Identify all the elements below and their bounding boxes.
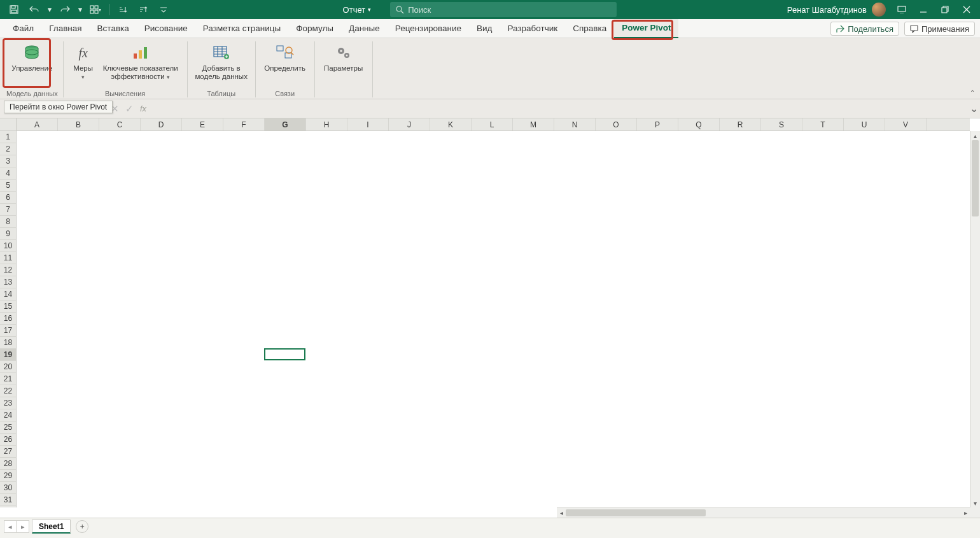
maximize-icon[interactable] — [935, 1, 955, 18]
manage-button[interactable]: Управление — [8, 40, 56, 87]
user-name[interactable]: Ренат Шагабутдинов — [787, 5, 867, 15]
add-to-model-button[interactable]: Добавить вмодель данных — [193, 40, 250, 87]
row-header[interactable]: 27 — [0, 446, 16, 458]
accept-formula-icon[interactable]: ✓ — [125, 103, 134, 115]
column-header[interactable]: P — [637, 118, 678, 131]
column-header[interactable]: M — [513, 118, 554, 131]
sheet-nav-next[interactable]: ▸ — [17, 520, 29, 533]
tab-draw[interactable]: Рисование — [137, 19, 195, 38]
row-header[interactable]: 4 — [0, 167, 16, 180]
settings-button[interactable]: Параметры — [320, 40, 367, 87]
active-cell[interactable] — [264, 348, 305, 360]
sort-asc-icon[interactable] — [114, 1, 132, 18]
comments-button[interactable]: Примечания — [904, 22, 975, 36]
scroll-left-icon[interactable]: ◂ — [557, 508, 566, 518]
column-header[interactable]: F — [223, 118, 265, 131]
row-header[interactable]: 26 — [0, 434, 16, 446]
column-header[interactable]: A — [17, 118, 58, 131]
row-header[interactable]: 1 — [0, 131, 16, 143]
column-header[interactable]: J — [389, 118, 430, 131]
column-header[interactable]: C — [99, 118, 141, 131]
column-header[interactable]: K — [430, 118, 472, 131]
expand-formula-icon[interactable]: ⌄ — [967, 103, 980, 115]
column-header[interactable]: S — [761, 118, 802, 131]
row-header[interactable]: 17 — [0, 325, 16, 337]
sheet-nav-prev[interactable]: ◂ — [4, 520, 17, 533]
row-header[interactable]: 25 — [0, 421, 16, 434]
save-icon[interactable] — [5, 1, 23, 18]
avatar[interactable] — [872, 3, 886, 17]
close-icon[interactable] — [957, 1, 976, 18]
tab-formulas[interactable]: Формулы — [288, 19, 341, 38]
column-header[interactable]: O — [596, 118, 637, 131]
tab-page-layout[interactable]: Разметка страницы — [195, 19, 288, 38]
column-headers[interactable]: ABCDEFGHIJKLMNOPQRSTUV — [17, 118, 970, 131]
row-header[interactable]: 2 — [0, 143, 16, 155]
column-header[interactable]: N — [554, 118, 596, 131]
row-header[interactable]: 22 — [0, 385, 16, 397]
scroll-down-icon[interactable]: ▾ — [970, 499, 980, 507]
row-header[interactable]: 16 — [0, 313, 16, 325]
hscroll-thumb[interactable] — [566, 509, 706, 516]
row-header[interactable]: 10 — [0, 240, 16, 252]
search-box[interactable] — [390, 2, 617, 17]
touch-mode-icon[interactable]: ▾ — [87, 1, 104, 18]
tab-data[interactable]: Данные — [341, 19, 388, 38]
tab-help[interactable]: Справка — [565, 19, 614, 38]
select-all-corner[interactable] — [0, 118, 17, 131]
column-header[interactable]: G — [265, 118, 306, 131]
tab-review[interactable]: Рецензирование — [388, 19, 469, 38]
row-header[interactable]: 19 — [0, 349, 16, 361]
row-header[interactable]: 5 — [0, 180, 16, 192]
row-headers[interactable]: 1234567891011121314151617181920212223242… — [0, 131, 17, 507]
add-sheet-button[interactable]: + — [76, 520, 88, 533]
fx-icon[interactable]: fx — [140, 104, 146, 113]
scroll-up-icon[interactable]: ▴ — [970, 131, 980, 140]
column-header[interactable]: I — [347, 118, 389, 131]
row-header[interactable]: 18 — [0, 337, 16, 349]
tab-developer[interactable]: Разработчик — [500, 19, 565, 38]
qat-customize-icon[interactable] — [155, 1, 172, 18]
tab-home[interactable]: Главная — [41, 19, 89, 38]
collapse-ribbon-icon[interactable]: ⌃ — [970, 89, 975, 96]
row-header[interactable]: 21 — [0, 373, 16, 385]
ribbon-display-icon[interactable] — [892, 1, 911, 18]
tab-view[interactable]: Вид — [469, 19, 500, 38]
tab-insert[interactable]: Вставка — [90, 19, 137, 38]
cells-area[interactable] — [17, 131, 970, 507]
column-header[interactable]: L — [472, 118, 513, 131]
undo-icon[interactable] — [25, 1, 43, 18]
tab-power-pivot[interactable]: Power Pivot — [614, 19, 678, 38]
column-header[interactable]: U — [844, 118, 885, 131]
column-header[interactable]: Q — [678, 118, 720, 131]
sheet-tab-1[interactable]: Sheet1 — [32, 520, 71, 534]
row-header[interactable]: 30 — [0, 482, 16, 494]
redo-icon[interactable] — [56, 1, 74, 18]
column-header[interactable]: E — [182, 118, 223, 131]
vscroll-thumb[interactable] — [972, 140, 979, 216]
minimize-icon[interactable] — [914, 1, 933, 18]
detect-button[interactable]: Определить — [261, 40, 309, 87]
row-header[interactable]: 6 — [0, 192, 16, 204]
row-header[interactable]: 13 — [0, 276, 16, 288]
measures-button[interactable]: fx Меры ▾ — [69, 40, 98, 87]
vertical-scrollbar[interactable]: ▴ ▾ — [970, 131, 980, 507]
scroll-right-icon[interactable]: ▸ — [961, 508, 970, 518]
row-header[interactable]: 12 — [0, 264, 16, 276]
document-title[interactable]: Отчет ▾ — [343, 5, 372, 15]
row-header[interactable]: 14 — [0, 288, 16, 301]
tab-file[interactable]: Файл — [5, 19, 41, 38]
row-header[interactable]: 7 — [0, 204, 16, 216]
chevron-down-icon[interactable]: ▾ — [46, 1, 53, 18]
share-button[interactable]: Поделиться — [830, 22, 899, 36]
column-header[interactable]: B — [58, 118, 99, 131]
row-header[interactable]: 15 — [0, 301, 16, 313]
sort-desc-icon[interactable] — [134, 1, 152, 18]
row-header[interactable]: 9 — [0, 228, 16, 240]
column-header[interactable]: H — [306, 118, 347, 131]
row-header[interactable]: 11 — [0, 252, 16, 264]
row-header[interactable]: 20 — [0, 361, 16, 373]
row-header[interactable]: 29 — [0, 470, 16, 482]
horizontal-scrollbar[interactable]: ◂ ▸ — [557, 507, 970, 518]
row-header[interactable]: 28 — [0, 458, 16, 470]
